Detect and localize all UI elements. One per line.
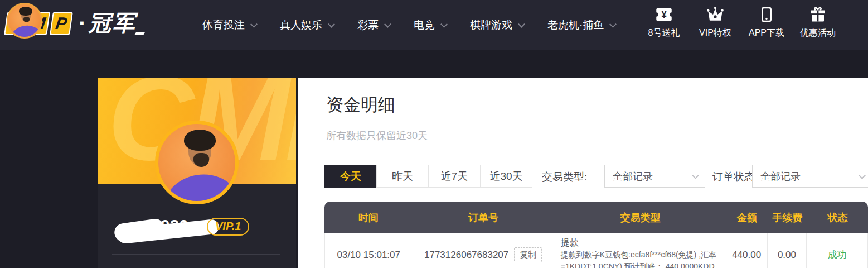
- col-header-time: 时间: [324, 202, 413, 233]
- col-header-type: 交易类型: [554, 202, 726, 233]
- main-menu: 体育投注 真人娱乐 彩票 电竞 棋牌游戏 老虎机·捕鱼: [202, 0, 615, 50]
- nav-item-label: 真人娱乐: [280, 18, 322, 32]
- cell-order-id: 1773126067683207 复制: [413, 233, 554, 268]
- chevron-down-icon: [518, 21, 525, 28]
- cell-amount: 440.00: [726, 233, 768, 268]
- nav-item-live-casino[interactable]: 真人娱乐: [280, 18, 334, 32]
- chevron-down-icon: [692, 172, 699, 179]
- nav-item-label: 电竞: [414, 18, 435, 32]
- util-vip-privileges[interactable]: VIP特权: [690, 6, 741, 39]
- logo-dash: [135, 32, 146, 35]
- chevron-down-icon: [250, 21, 258, 28]
- util-app-download[interactable]: APP下载: [741, 6, 792, 39]
- nav-item-label: 老虎机·捕鱼: [547, 18, 604, 32]
- profile-avatar[interactable]: [155, 121, 239, 204]
- table-header-row: 时间 订单号 交易类型 金额 手续费 状态: [324, 202, 868, 233]
- logo-letter-box: P: [50, 12, 73, 35]
- avatar-hair: [19, 7, 32, 16]
- svg-text:¥: ¥: [661, 9, 667, 20]
- chevron-down-icon: [384, 21, 391, 28]
- transaction-type-label: 交易类型:: [542, 170, 587, 184]
- phone-icon: [759, 6, 774, 23]
- chevron-down-icon: [440, 21, 448, 28]
- tab-last-7-days[interactable]: 近7天: [428, 165, 481, 188]
- nav-item-slots-fishing[interactable]: 老虎机·捕鱼: [547, 18, 615, 32]
- nav-item-label: 棋牌游戏: [470, 18, 512, 32]
- avatar-hair: [184, 130, 216, 151]
- col-header-amount: 金额: [726, 202, 768, 233]
- nav-item-label: 体育投注: [202, 18, 245, 32]
- type-title: 提款: [561, 237, 579, 249]
- gift-icon: [809, 6, 826, 23]
- funds-detail-panel: 资金明细 所有数据只保留近30天 今天 昨天 近7天 近30天 交易类型: 全部…: [298, 78, 868, 268]
- order-status-label: 订单状态:: [712, 170, 758, 184]
- cell-time: 03/10 15:01:07: [325, 233, 413, 268]
- order-id-text: 1773126067683207: [424, 250, 508, 261]
- avatar-beard: [193, 153, 209, 167]
- nav-item-lottery[interactable]: 彩票: [357, 18, 390, 32]
- order-status-select[interactable]: 全部记录: [752, 165, 868, 188]
- chevron-down-icon: [859, 172, 866, 179]
- selected-value: 全部记录: [760, 170, 801, 183]
- profile-sidebar: CMP 0930 VIP.1: [98, 78, 296, 268]
- selected-value: 全部记录: [613, 170, 653, 183]
- date-range-tabs: 今天 昨天 近7天 近30天: [324, 165, 532, 188]
- logo-brand-text: 冠军: [89, 8, 137, 39]
- nav-item-card-games[interactable]: 棋牌游戏: [470, 18, 524, 32]
- transactions-table: 时间 订单号 交易类型 金额 手续费 状态 03/10 15:01:07 177…: [324, 202, 868, 268]
- col-header-order-id: 订单号: [413, 202, 554, 233]
- util-label: VIP特权: [699, 27, 731, 39]
- user-identity-row: 0930 VIP.1: [98, 217, 296, 245]
- chevron-down-icon: [609, 21, 617, 28]
- cell-type: 提款 提款到数字K豆钱包:ecfa8f***cf68(免提) ,汇率=1KDDT…: [554, 233, 726, 268]
- cell-status: 成功: [807, 233, 867, 268]
- nav-item-label: 彩票: [357, 18, 379, 32]
- navbar-utilities: ¥ 8号送礼 VIP特权 APP下载: [638, 6, 843, 39]
- coupon-yen-icon: ¥: [656, 6, 672, 23]
- tab-yesterday[interactable]: 昨天: [376, 165, 429, 188]
- user-avatar[interactable]: [7, 3, 42, 39]
- chevron-down-icon: [328, 21, 335, 28]
- transaction-type-select[interactable]: 全部记录: [604, 165, 705, 188]
- cell-fee: 0.00: [768, 233, 807, 268]
- copy-button[interactable]: 复制: [514, 247, 542, 262]
- top-navbar: C M P · 冠军 体育投注 真人娱乐 彩票 电竞 棋牌游戏 老虎机·捕鱼: [0, 0, 868, 50]
- avatar-beard: [23, 17, 30, 22]
- col-header-status: 状态: [807, 202, 868, 233]
- avatar-jersey: [158, 169, 239, 204]
- table-row: 03/10 15:01:07 1773126067683207 复制 提款 提款…: [324, 233, 868, 268]
- nav-item-esports[interactable]: 电竞: [414, 18, 447, 32]
- tab-last-30-days[interactable]: 近30天: [480, 165, 532, 188]
- logo-dot: ·: [79, 12, 86, 35]
- page-subtitle: 所有数据只保留近30天: [326, 129, 428, 142]
- tab-today[interactable]: 今天: [324, 165, 377, 188]
- type-detail: 提款到数字K豆钱包:ecfa8f***cf68(免提) ,汇率=1KDDT:1.…: [561, 249, 719, 268]
- nav-item-sports[interactable]: 体育投注: [202, 18, 256, 32]
- sidebar-divider: [112, 254, 280, 255]
- crown-icon: [706, 6, 724, 23]
- util-label: 8号送礼: [648, 27, 680, 39]
- vip-badge: VIP.1: [207, 218, 249, 236]
- util-label: APP下载: [749, 27, 784, 39]
- col-header-fee: 手续费: [768, 202, 807, 233]
- util-promotions[interactable]: 优惠活动: [792, 6, 843, 39]
- page-title: 资金明细: [326, 93, 395, 117]
- util-gift-day8[interactable]: ¥ 8号送礼: [638, 6, 690, 39]
- util-label: 优惠活动: [800, 27, 836, 39]
